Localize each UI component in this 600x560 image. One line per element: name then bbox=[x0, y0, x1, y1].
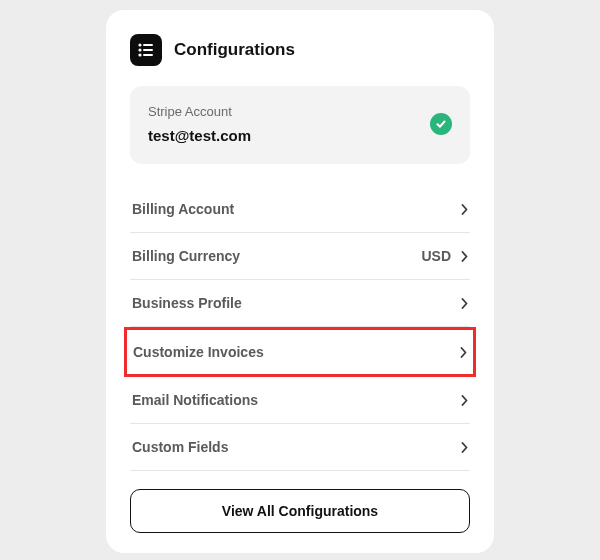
settings-item-label: Email Notifications bbox=[132, 392, 258, 408]
settings-item-label: Billing Currency bbox=[132, 248, 240, 264]
chevron-right-icon bbox=[461, 251, 468, 262]
page-title: Configurations bbox=[174, 40, 295, 60]
settings-item-customize-invoices[interactable]: Customize Invoices bbox=[124, 327, 476, 377]
svg-point-0 bbox=[138, 43, 141, 46]
settings-item-right bbox=[461, 395, 468, 406]
card-header: Configurations bbox=[130, 34, 470, 66]
configurations-icon bbox=[130, 34, 162, 66]
settings-item-right bbox=[461, 204, 468, 215]
svg-rect-1 bbox=[143, 44, 153, 46]
account-info: Stripe Account test@test.com bbox=[148, 104, 251, 144]
configurations-card: Configurations Stripe Account test@test.… bbox=[106, 10, 494, 553]
account-label: Stripe Account bbox=[148, 104, 251, 119]
chevron-right-icon bbox=[461, 298, 468, 309]
chevron-right-icon bbox=[461, 442, 468, 453]
settings-item-label: Customize Invoices bbox=[133, 344, 264, 360]
settings-item-billing-currency[interactable]: Billing CurrencyUSD bbox=[130, 233, 470, 280]
settings-item-right bbox=[460, 347, 467, 358]
svg-point-2 bbox=[138, 48, 141, 51]
settings-item-custom-fields[interactable]: Custom Fields bbox=[130, 424, 470, 471]
settings-item-label: Business Profile bbox=[132, 295, 242, 311]
svg-rect-5 bbox=[143, 54, 153, 56]
status-badge bbox=[430, 113, 452, 135]
account-email: test@test.com bbox=[148, 127, 251, 144]
stripe-account-box: Stripe Account test@test.com bbox=[130, 86, 470, 164]
settings-item-value: USD bbox=[421, 248, 451, 264]
settings-item-email-notifications[interactable]: Email Notifications bbox=[130, 377, 470, 424]
svg-point-4 bbox=[138, 53, 141, 56]
settings-list: Billing AccountBilling CurrencyUSDBusine… bbox=[130, 186, 470, 471]
settings-item-right: USD bbox=[421, 248, 468, 264]
svg-rect-3 bbox=[143, 49, 153, 51]
settings-item-right bbox=[461, 298, 468, 309]
settings-item-label: Billing Account bbox=[132, 201, 234, 217]
settings-item-business-profile[interactable]: Business Profile bbox=[130, 280, 470, 327]
settings-item-right bbox=[461, 442, 468, 453]
settings-item-label: Custom Fields bbox=[132, 439, 228, 455]
view-all-configurations-button[interactable]: View All Configurations bbox=[130, 489, 470, 533]
checkmark-icon bbox=[435, 118, 447, 130]
chevron-right-icon bbox=[461, 204, 468, 215]
chevron-right-icon bbox=[461, 395, 468, 406]
settings-item-billing-account[interactable]: Billing Account bbox=[130, 186, 470, 233]
chevron-right-icon bbox=[460, 347, 467, 358]
